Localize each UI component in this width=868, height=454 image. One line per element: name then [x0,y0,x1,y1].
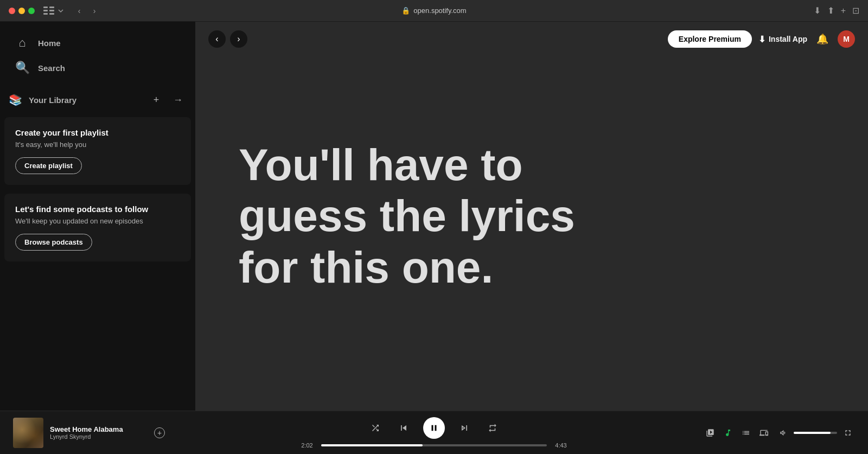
track-name: Sweet Home Alabama [50,425,148,433]
create-playlist-card: Create your first playlist It's easy, we… [4,117,191,185]
main-forward-button[interactable]: › [230,30,247,48]
player-right [703,425,855,440]
podcast-card-title: Let's find some podcasts to follow [15,204,180,214]
url-text: open.spotify.com [413,7,466,15]
install-app-button[interactable]: ⬇ Install App [758,34,807,44]
lyrics-text: You'll have to guess the lyrics for this… [239,139,646,293]
main-content: ‹ › Explore Premium ⬇ Install App 🔔 M Yo… [195,22,868,411]
library-header-left: 📚 Your Library [9,93,76,106]
now-playing: Sweet Home Alabama Lynyrd Skynyrd + [13,418,165,448]
library-icon: 📚 [9,93,22,106]
install-app-label: Install App [769,35,807,43]
player-bar: Sweet Home Alabama Lynyrd Skynyrd + [0,411,868,454]
sidebar-toggle-icon[interactable] [43,7,54,15]
titlebar-nav: ‹ › [73,4,101,17]
download-icon[interactable]: ⬇ [814,5,821,16]
search-icon: 🔍 [15,61,29,75]
titlebar-left: ‹ › [9,4,101,17]
progress-bar[interactable] [321,444,547,446]
minimize-button[interactable] [18,8,25,14]
progress-fill [321,444,423,446]
add-tab-icon[interactable]: + [841,6,846,16]
back-arrow-button[interactable]: ‹ [73,4,86,17]
maximize-button[interactable] [28,8,35,14]
sidebar-search-label: Search [38,63,65,73]
notifications-button[interactable]: 🔔 [814,30,831,48]
podcast-card: Let's find some podcasts to follow We'll… [4,194,191,261]
install-icon: ⬇ [758,34,765,44]
create-playlist-title: Create your first playlist [15,128,180,137]
create-playlist-subtitle: It's easy, we'll help you [15,140,180,149]
library-header[interactable]: 📚 Your Library + → [0,85,195,113]
sidebar-nav: ⌂ Home 🔍 Search [0,26,195,85]
create-playlist-button[interactable]: Create playlist [15,157,82,174]
track-info: Sweet Home Alabama Lynyrd Skynyrd [50,425,148,440]
explore-premium-button[interactable]: Explore Premium [668,30,752,48]
track-artist: Lynyrd Skynyrd [50,433,148,440]
sidebar-home-label: Home [38,39,61,48]
volume-control [775,425,837,440]
previous-button[interactable] [395,419,412,437]
home-icon: ⌂ [15,36,29,50]
titlebar-url: 🔒 open.spotify.com [401,7,466,15]
shuffle-button[interactable] [367,419,384,437]
add-library-button[interactable]: + [148,91,165,108]
sidebar-item-search[interactable]: 🔍 Search [9,55,187,80]
main-back-button[interactable]: ‹ [208,30,226,48]
sidebar: ⌂ Home 🔍 Search 📚 Your Library + → Creat… [0,22,195,411]
devices-button[interactable] [757,425,771,440]
share-icon[interactable]: ⬆ [827,5,834,16]
sidebar-item-home[interactable]: ⌂ Home [9,30,187,55]
traffic-lights [9,8,35,14]
close-button[interactable] [9,8,15,14]
expand-library-button[interactable]: → [169,91,187,108]
svg-rect-1 [43,10,48,11]
library-header-right: + → [148,91,187,108]
controls-row [367,417,501,439]
volume-icon-button[interactable] [775,425,790,440]
browse-podcasts-button[interactable]: Browse podcasts [15,234,92,251]
repeat-button[interactable] [484,419,501,437]
fullscreen-player-button[interactable] [841,425,855,440]
titlebar-right: ⬇ ⬆ + ⊡ [814,5,859,16]
queue-button[interactable] [739,425,752,440]
progress-row: 2:02 4:43 [298,442,570,449]
svg-rect-2 [43,13,48,15]
svg-rect-3 [49,7,54,8]
chevron-down-icon[interactable] [58,8,64,14]
lyrics-area: You'll have to guess the lyrics for this… [195,22,868,411]
lyrics-content: You'll have to guess the lyrics for this… [239,140,575,292]
forward-arrow-button[interactable]: › [88,4,101,17]
svg-rect-0 [43,7,48,8]
svg-rect-5 [49,13,54,15]
player-controls: 2:02 4:43 [165,417,703,449]
volume-bar[interactable] [794,432,837,434]
pause-button[interactable] [423,417,445,439]
app-layout: ⌂ Home 🔍 Search 📚 Your Library + → Creat… [0,22,868,411]
podcast-card-subtitle: We'll keep you updated on new episodes [15,217,180,225]
svg-rect-4 [49,10,54,11]
lock-icon: 🔒 [401,7,410,15]
library-label: Your Library [29,95,76,105]
main-topbar: ‹ › Explore Premium ⬇ Install App 🔔 M [195,22,868,56]
fullscreen-icon[interactable]: ⊡ [852,5,859,16]
now-playing-view-button[interactable] [703,425,717,440]
album-art [13,418,43,448]
main-topbar-right: Explore Premium ⬇ Install App 🔔 M [668,30,855,48]
next-button[interactable] [456,419,473,437]
add-to-library-button[interactable]: + [154,427,165,438]
volume-fill [794,432,831,434]
main-nav: ‹ › [208,30,247,48]
lyrics-button[interactable] [721,425,735,440]
avatar[interactable]: M [838,30,855,48]
current-time: 2:02 [298,442,316,449]
avatar-letter: M [843,35,850,43]
titlebar: ‹ › 🔒 open.spotify.com ⬇ ⬆ + ⊡ [0,0,868,22]
total-time: 4:43 [552,442,570,449]
